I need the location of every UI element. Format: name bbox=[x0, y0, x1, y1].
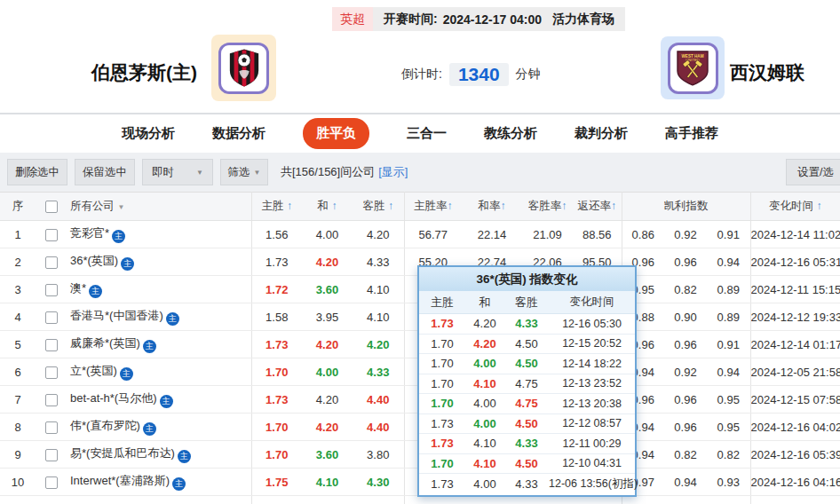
home-odds[interactable]: 1.73 bbox=[251, 331, 302, 358]
header-away-rate[interactable]: 客胜率↑ bbox=[522, 193, 573, 221]
away-odds[interactable]: 4.40 bbox=[353, 413, 404, 441]
row-checkbox-cell bbox=[36, 386, 67, 413]
draw-odds[interactable]: 4.00 bbox=[302, 221, 353, 248]
row-checkbox[interactable] bbox=[45, 421, 58, 434]
header-return-rate[interactable]: 返还率↑ bbox=[573, 193, 622, 221]
settings-button[interactable]: 设置/选 bbox=[786, 159, 840, 185]
popup-row: 1.734.004.5012-12 08:57 bbox=[419, 414, 635, 435]
home-odds[interactable]: 1.73 bbox=[251, 386, 302, 413]
away-odds[interactable]: 3.80 bbox=[353, 441, 404, 469]
change-time: 2024-12-14 11:02 bbox=[750, 221, 840, 248]
popup-odds-value: 1.73 bbox=[419, 317, 465, 330]
tab-expert-picks[interactable]: 高手推荐 bbox=[665, 125, 718, 142]
row-checkbox[interactable] bbox=[45, 449, 58, 461]
keep-selected-button[interactable]: 保留选中 bbox=[75, 159, 135, 185]
tab-coach-analysis[interactable]: 教练分析 bbox=[484, 125, 537, 142]
row-checkbox[interactable] bbox=[45, 394, 58, 406]
header-draw-odds[interactable]: 和 ↑ bbox=[302, 193, 353, 221]
home-odds[interactable]: 1.56 bbox=[251, 221, 302, 248]
tab-win-draw-lose[interactable]: 胜平负 bbox=[303, 118, 369, 149]
row-checkbox[interactable] bbox=[45, 229, 58, 241]
draw-odds[interactable]: 4.20 bbox=[302, 413, 353, 441]
sort-up-icon: ↑ bbox=[331, 200, 337, 212]
header-draw-rate[interactable]: 和率↑ bbox=[462, 193, 522, 221]
popup-odds-value: 1.70 bbox=[419, 397, 465, 410]
company-name[interactable]: 36*(英国) bbox=[70, 254, 118, 267]
change-time: 2024-12-11 15:15 bbox=[750, 276, 840, 303]
away-odds[interactable]: 4.20 bbox=[353, 221, 404, 248]
table-header-row: 序 所有公司 ▼ 主胜 ↑ 和 ↑ 客胜 ↑ 主胜率↑ 和率↑ 客胜率↑ 返还率… bbox=[0, 193, 840, 221]
header-company[interactable]: 所有公司 ▼ bbox=[67, 193, 251, 221]
bournemouth-crest-icon bbox=[227, 48, 261, 88]
company-filter-icon[interactable]: ▼ bbox=[117, 203, 124, 211]
away-odds[interactable]: 4.20 bbox=[353, 331, 404, 358]
tab-data-analysis[interactable]: 数据分析 bbox=[212, 125, 265, 142]
draw-odds[interactable]: 4.20 bbox=[302, 386, 353, 413]
company-name[interactable]: Interwet*(塞浦路斯) bbox=[70, 474, 170, 487]
popup-odds-value: 4.33 bbox=[504, 477, 549, 491]
away-odds[interactable]: 4.33 bbox=[353, 358, 404, 386]
draw-odds[interactable]: 3.60 bbox=[302, 276, 353, 303]
empty-cell bbox=[750, 496, 840, 504]
row-checkbox[interactable] bbox=[45, 256, 58, 269]
away-odds[interactable]: 4.30 bbox=[353, 469, 404, 496]
company-name[interactable]: 竞彩官* bbox=[70, 226, 109, 240]
header-home-odds[interactable]: 主胜 ↑ bbox=[251, 193, 302, 221]
draw-odds[interactable]: 4.10 bbox=[302, 469, 353, 496]
home-odds[interactable]: 1.70 bbox=[251, 441, 302, 469]
popup-odds-value: 1.70 bbox=[419, 337, 465, 350]
row-checkbox[interactable] bbox=[45, 339, 58, 351]
change-time: 2024-12-15 07:58 bbox=[750, 386, 840, 413]
company-name[interactable]: 威廉希*(英国) bbox=[70, 336, 140, 350]
header-away-odds[interactable]: 客胜 ↑ bbox=[353, 193, 404, 221]
draw-odds[interactable]: 3.60 bbox=[302, 441, 353, 469]
row-checkbox[interactable] bbox=[45, 284, 58, 296]
away-odds[interactable]: 4.10 bbox=[353, 276, 404, 303]
kelly-cell: 0.92 bbox=[664, 221, 707, 248]
company-name[interactable]: 澳* bbox=[70, 281, 86, 295]
header-change-time[interactable]: 变化时间 ↑ bbox=[750, 193, 840, 221]
row-seq: 1 bbox=[0, 221, 36, 248]
home-odds[interactable]: 1.70 bbox=[251, 358, 302, 386]
tab-three-in-one[interactable]: 三合一 bbox=[407, 125, 447, 142]
delete-selected-button[interactable]: 删除选中 bbox=[7, 159, 67, 185]
away-odds[interactable]: 4.10 bbox=[353, 303, 404, 331]
draw-odds[interactable]: 4.00 bbox=[302, 358, 353, 386]
filter-dropdown[interactable]: 筛选 ▼ bbox=[220, 159, 268, 185]
instant-dropdown[interactable]: 即时 ▼ bbox=[142, 159, 213, 185]
away-odds[interactable]: 4.40 bbox=[353, 386, 404, 413]
show-link[interactable]: [显示] bbox=[378, 164, 408, 180]
row-seq: 10 bbox=[0, 469, 36, 496]
rate-cell: 56.77 bbox=[404, 221, 462, 248]
home-odds[interactable]: 1.72 bbox=[251, 276, 302, 303]
company-name[interactable]: 伟*(直布罗陀) bbox=[70, 419, 140, 432]
draw-odds[interactable]: 4.20 bbox=[302, 248, 353, 276]
empty-cell bbox=[707, 496, 750, 504]
popup-row: 1.734.004.3312-06 13:56(初指) bbox=[419, 474, 635, 494]
select-all-checkbox[interactable] bbox=[45, 201, 58, 213]
row-checkbox[interactable] bbox=[45, 311, 58, 324]
company-name[interactable]: 香港马*(中国香港) bbox=[70, 309, 163, 322]
row-checkbox[interactable] bbox=[45, 476, 58, 489]
header-home-rate[interactable]: 主胜率↑ bbox=[404, 193, 462, 221]
main-badge-icon: 主 bbox=[89, 285, 102, 298]
row-seq: 9 bbox=[0, 441, 36, 469]
popup-change-time: 12-12 08:57 bbox=[549, 417, 635, 429]
company-name[interactable]: 立*(英国) bbox=[70, 364, 117, 377]
company-name[interactable]: 易*(安提瓜和巴布达) bbox=[70, 446, 175, 460]
popup-change-time: 12-14 18:22 bbox=[549, 358, 635, 370]
home-odds[interactable]: 1.75 bbox=[251, 469, 302, 496]
row-seq: 8 bbox=[0, 413, 36, 441]
home-odds[interactable]: 1.70 bbox=[251, 413, 302, 441]
away-odds[interactable]: 4.33 bbox=[353, 248, 404, 276]
home-odds[interactable]: 1.58 bbox=[251, 303, 302, 331]
row-checkbox[interactable] bbox=[45, 366, 58, 379]
draw-odds[interactable]: 3.95 bbox=[302, 303, 353, 331]
kelly-cell: 0.91 bbox=[707, 331, 750, 358]
popup-body: 1.734.204.3312-16 05:301.704.204.5012-15… bbox=[419, 314, 635, 494]
draw-odds[interactable]: 4.20 bbox=[302, 331, 353, 358]
tab-referee-analysis[interactable]: 裁判分析 bbox=[575, 125, 628, 142]
tab-live-analysis[interactable]: 现场分析 bbox=[122, 125, 175, 142]
home-odds[interactable]: 1.73 bbox=[251, 248, 302, 276]
company-name[interactable]: bet-at-h*(马尔他) bbox=[70, 391, 157, 405]
